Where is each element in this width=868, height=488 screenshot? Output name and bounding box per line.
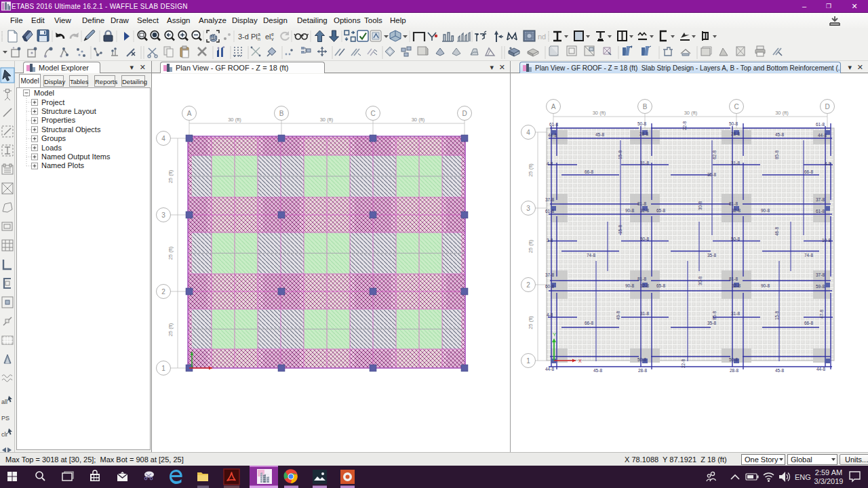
svg-text:44-8: 44-8 bbox=[545, 367, 554, 371]
svg-text:44-8: 44-8 bbox=[548, 133, 557, 138]
svg-text:61-8: 61-8 bbox=[816, 209, 825, 214]
svg-text:31-8: 31-8 bbox=[640, 311, 649, 316]
svg-text:44-8: 44-8 bbox=[818, 133, 827, 138]
svg-text:65-8: 65-8 bbox=[656, 208, 665, 213]
svg-text:30 (ft): 30 (ft) bbox=[775, 110, 789, 116]
svg-text:35-8: 35-8 bbox=[707, 172, 716, 177]
svg-text:65-8: 65-8 bbox=[656, 283, 665, 288]
svg-text:25 (ft): 25 (ft) bbox=[167, 323, 174, 336]
svg-text:e: e bbox=[271, 32, 274, 37]
svg-text:D: D bbox=[462, 110, 467, 117]
svg-text:85-8: 85-8 bbox=[712, 311, 717, 320]
svg-text:28-8: 28-8 bbox=[730, 368, 738, 373]
svg-text:C: C bbox=[734, 103, 738, 110]
svg-text:50-8: 50-8 bbox=[731, 237, 740, 241]
svg-text:30 (ft): 30 (ft) bbox=[593, 110, 606, 116]
svg-text:44-8: 44-8 bbox=[816, 367, 825, 371]
svg-text:61-8: 61-8 bbox=[545, 209, 554, 214]
svg-text:31-8: 31-8 bbox=[731, 161, 740, 165]
svg-text:45-8: 45-8 bbox=[775, 132, 784, 137]
svg-text:66-8: 66-8 bbox=[804, 169, 813, 174]
svg-text:10-8: 10-8 bbox=[822, 238, 831, 243]
svg-text:45-8: 45-8 bbox=[595, 132, 604, 137]
svg-text:3-8: 3-8 bbox=[547, 238, 553, 243]
svg-text:61-8: 61-8 bbox=[816, 122, 825, 127]
svg-text:Groups: Groups bbox=[41, 134, 66, 142]
svg-text:35-8: 35-8 bbox=[707, 253, 716, 258]
svg-text:22-8: 22-8 bbox=[681, 359, 686, 368]
svg-text:85-8: 85-8 bbox=[774, 150, 779, 159]
svg-text:1: 1 bbox=[526, 357, 530, 365]
svg-text:C: C bbox=[370, 110, 375, 117]
svg-text:22-8: 22-8 bbox=[682, 121, 687, 130]
svg-text:35-8: 35-8 bbox=[707, 321, 716, 325]
svg-text:31-8: 31-8 bbox=[640, 161, 649, 165]
svg-text:3-d: 3-d bbox=[238, 33, 249, 41]
svg-text:Named Plots: Named Plots bbox=[41, 161, 84, 169]
svg-text:30-8: 30-8 bbox=[698, 201, 703, 210]
svg-text:32-8: 32-8 bbox=[640, 283, 649, 288]
svg-text:25 (ft): 25 (ft) bbox=[167, 169, 174, 183]
svg-text:28-8: 28-8 bbox=[731, 131, 740, 136]
svg-text:74-8: 74-8 bbox=[804, 253, 813, 258]
svg-text:X: X bbox=[578, 359, 582, 363]
svg-text:32-8: 32-8 bbox=[640, 208, 649, 213]
svg-text:62-8: 62-8 bbox=[712, 150, 717, 159]
svg-text:81-8: 81-8 bbox=[637, 201, 646, 206]
svg-text:4-8: 4-8 bbox=[547, 312, 553, 317]
svg-text:46-8: 46-8 bbox=[774, 227, 779, 236]
svg-text:37-8: 37-8 bbox=[545, 197, 554, 202]
svg-text:15-8: 15-8 bbox=[774, 311, 779, 320]
svg-text:a: a bbox=[258, 32, 260, 37]
svg-text:45-8: 45-8 bbox=[593, 368, 602, 373]
svg-text:30 (ft): 30 (ft) bbox=[412, 117, 425, 123]
svg-text:81-8: 81-8 bbox=[637, 277, 646, 281]
svg-text:37-8: 37-8 bbox=[545, 272, 554, 277]
svg-text:50-8: 50-8 bbox=[640, 237, 649, 241]
svg-text:1: 1 bbox=[161, 365, 165, 372]
svg-text:D: D bbox=[825, 103, 829, 110]
svg-text:Structural Objects: Structural Objects bbox=[41, 125, 101, 134]
svg-text:50-8: 50-8 bbox=[729, 357, 738, 362]
svg-text:3/3/2019: 3/3/2019 bbox=[814, 477, 844, 485]
svg-text:66-8: 66-8 bbox=[585, 169, 593, 174]
svg-text:30-8: 30-8 bbox=[698, 277, 703, 285]
svg-text:ENG: ENG bbox=[795, 473, 811, 481]
svg-text:PS: PS bbox=[1, 415, 9, 422]
svg-text:4-8: 4-8 bbox=[547, 161, 553, 166]
svg-text:37-8: 37-8 bbox=[816, 272, 825, 277]
svg-text:Y: Y bbox=[553, 331, 557, 338]
svg-text:30 (ft): 30 (ft) bbox=[320, 117, 334, 123]
svg-text:25 (ft): 25 (ft) bbox=[528, 316, 534, 329]
svg-text:90-8: 90-8 bbox=[625, 208, 634, 213]
svg-text:25 (ft): 25 (ft) bbox=[528, 163, 534, 177]
svg-text:Properties: Properties bbox=[41, 116, 76, 124]
svg-text:50-8: 50-8 bbox=[637, 121, 646, 126]
svg-text:3: 3 bbox=[161, 211, 165, 219]
svg-text:4: 4 bbox=[526, 129, 530, 136]
svg-text:4: 4 bbox=[161, 135, 165, 142]
svg-text:25 (ft): 25 (ft) bbox=[167, 246, 174, 260]
svg-text:47-8: 47-8 bbox=[819, 310, 824, 319]
svg-text:Named Output Items: Named Output Items bbox=[41, 152, 111, 161]
svg-text:Structure Layout: Structure Layout bbox=[41, 107, 96, 115]
svg-text:37-8: 37-8 bbox=[816, 197, 825, 202]
svg-text:28-8: 28-8 bbox=[638, 368, 647, 373]
svg-text:49-8: 49-8 bbox=[616, 311, 620, 320]
svg-text:61-8: 61-8 bbox=[549, 122, 558, 127]
svg-text:2:59 AM: 2:59 AM bbox=[815, 468, 842, 476]
svg-text:59-8: 59-8 bbox=[816, 284, 825, 289]
svg-text:32-8: 32-8 bbox=[732, 283, 741, 288]
svg-text:50-8: 50-8 bbox=[729, 121, 738, 126]
svg-text:30 (ft): 30 (ft) bbox=[684, 110, 698, 116]
svg-text:74-8: 74-8 bbox=[587, 253, 595, 258]
svg-text:25 (ft): 25 (ft) bbox=[528, 239, 534, 253]
svg-text:32-8: 32-8 bbox=[732, 208, 741, 213]
svg-text:45-8: 45-8 bbox=[775, 368, 784, 373]
svg-text:Project: Project bbox=[41, 98, 64, 106]
svg-text:clr: clr bbox=[1, 431, 8, 438]
svg-text:n: n bbox=[258, 37, 260, 41]
svg-text:el: el bbox=[265, 33, 271, 41]
svg-text:90-8: 90-8 bbox=[761, 208, 770, 213]
svg-text:81-8: 81-8 bbox=[729, 201, 738, 206]
